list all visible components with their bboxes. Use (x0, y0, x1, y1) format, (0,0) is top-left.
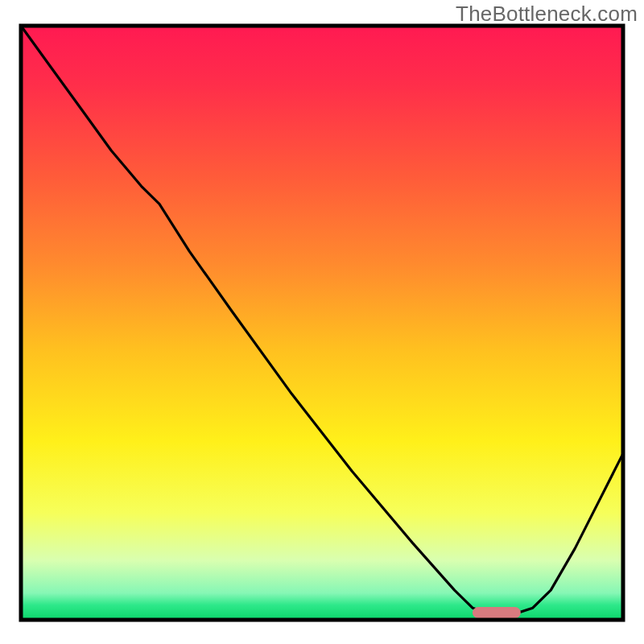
watermark-text: TheBottleneck.com (456, 2, 638, 27)
bottleneck-chart: TheBottleneck.com (0, 0, 644, 644)
chart-background (21, 26, 623, 620)
chart-svg (0, 0, 644, 644)
optimal-marker (473, 607, 521, 618)
